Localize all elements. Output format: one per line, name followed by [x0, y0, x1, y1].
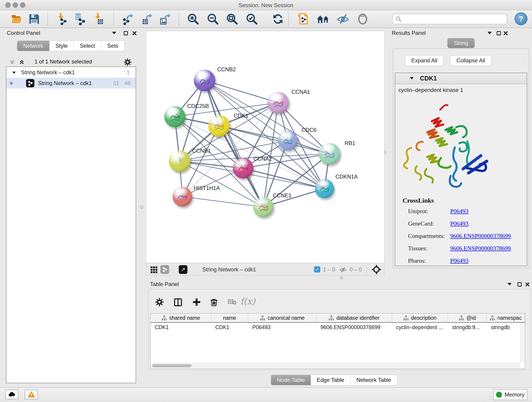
window-minimize-button[interactable] [13, 2, 18, 8]
tab-string[interactable]: String [447, 38, 475, 48]
network-node-HIST1H1A[interactable] [172, 187, 192, 206]
crosslink-link[interactable]: P06493 [450, 257, 468, 264]
table-cell[interactable]: CDK1 [211, 323, 248, 332]
column-header-database-identifier[interactable]: database identifier [317, 313, 392, 322]
fit-content-crosshair-icon[interactable] [372, 265, 381, 275]
network-node-CCNA1[interactable] [267, 92, 289, 114]
maximize-panel-icon[interactable] [123, 31, 128, 37]
tab-sets[interactable]: Sets [101, 41, 124, 51]
window-close-button[interactable] [5, 2, 11, 8]
network-from-document-button[interactable] [297, 12, 311, 26]
column-header-namespac[interactable]: namespac [487, 313, 525, 322]
export-image-button[interactable] [158, 12, 173, 26]
maximize-panel-icon[interactable] [496, 31, 501, 37]
accordion-header[interactable]: CDK1 [395, 73, 527, 84]
network-view-icon[interactable] [160, 265, 169, 274]
tab-style[interactable]: Style [50, 41, 74, 51]
import-network-from-database-button[interactable] [72, 12, 87, 26]
network-row[interactable]: String Network – cdk1 11 48 [6, 78, 136, 89]
column-header--id[interactable]: @id [448, 313, 487, 322]
apply-layout-button[interactable] [271, 12, 285, 26]
hidden-eye-icon[interactable] [339, 267, 347, 274]
export-network-button[interactable] [121, 12, 135, 26]
table-cell[interactable]: 9606.ENSP00000378699 [317, 323, 392, 332]
help-button[interactable]: ? [515, 12, 527, 25]
network-node-CDC25B[interactable] [164, 106, 185, 127]
zoom-in-button[interactable] [186, 12, 200, 26]
float-panel-icon[interactable] [507, 282, 512, 287]
collection-expander-icon[interactable] [12, 69, 16, 76]
cloud-button[interactable] [5, 390, 18, 399]
export-table-button[interactable] [140, 12, 154, 26]
tab-network-table[interactable]: Network Table [351, 375, 398, 385]
network-edge[interactable] [243, 168, 324, 189]
table-cell[interactable]: stringdb:9... [448, 323, 487, 332]
crosslink-link[interactable]: 9606.ENSP00000378699 [450, 245, 511, 252]
column-header-shared-name[interactable]: shared name [151, 313, 211, 322]
memory-button[interactable]: Memory [493, 389, 527, 400]
horizontal-scrollbar[interactable] [151, 363, 520, 368]
crosslink-link[interactable]: 9606.ENSP00000378699 [450, 233, 511, 240]
houses-icon-button[interactable] [316, 12, 330, 26]
delete-column-icon[interactable] [210, 298, 218, 307]
table-cell[interactable]: P06493 [248, 323, 317, 332]
save-session-button[interactable] [27, 12, 41, 26]
import-network-from-file-button[interactable] [55, 12, 69, 26]
expand-all-button[interactable]: Expand All [405, 55, 443, 66]
column-header-name[interactable]: name [211, 313, 248, 322]
tab-node-table[interactable]: Node Table [271, 375, 311, 385]
close-panel-icon[interactable] [525, 282, 530, 288]
selected-checkbox-icon[interactable]: ✓ [314, 266, 320, 273]
birds-eye-view-icon[interactable]: ↗ [179, 265, 187, 274]
left-splitter-handle[interactable] [140, 205, 143, 209]
tab-edge-table[interactable]: Edge Table [311, 375, 351, 385]
table-row[interactable]: CDK1CDK1P064939606.ENSP00000378699cyclin… [151, 323, 525, 332]
show-all-icon-button[interactable] [355, 12, 370, 26]
table-cell[interactable]: stringdb [487, 323, 525, 332]
tab-network[interactable]: Network [17, 41, 50, 51]
network-node-CCNB1[interactable] [169, 150, 190, 172]
show-columns-icon[interactable] [173, 298, 183, 308]
add-column-icon[interactable] [192, 298, 201, 307]
column-header-description[interactable]: description [392, 313, 448, 322]
network-node-RB1[interactable] [319, 143, 340, 165]
network-node-CCNB2[interactable] [194, 70, 215, 91]
hide-selected-icon-button[interactable] [336, 12, 350, 26]
network-node-CDKN1A[interactable] [315, 179, 334, 198]
close-panel-icon[interactable] [503, 31, 508, 37]
crosslink-link[interactable]: P06493 [450, 220, 468, 227]
vertical-scrollbar[interactable] [520, 323, 525, 363]
grid-view-icon[interactable] [150, 266, 158, 274]
collapse-all-button[interactable]: Collapse All [450, 55, 492, 66]
search-field[interactable] [392, 14, 507, 24]
maximize-panel-icon[interactable] [517, 282, 522, 288]
table-cell[interactable]: cyclin–dependent ... [392, 323, 448, 332]
scrollbar-thumb[interactable] [152, 364, 191, 367]
zoom-out-button[interactable] [206, 12, 220, 26]
network-edge[interactable] [182, 197, 263, 207]
table-options-gear-icon[interactable] [155, 298, 164, 307]
float-panel-icon[interactable] [112, 31, 117, 36]
network-node-CDK1[interactable] [208, 115, 230, 137]
open-session-button[interactable] [10, 12, 24, 26]
network-edge[interactable] [205, 80, 278, 103]
float-panel-icon[interactable] [487, 31, 492, 36]
warnings-button[interactable] [25, 390, 38, 399]
tab-select[interactable]: Select [74, 41, 101, 51]
close-panel-icon[interactable] [132, 31, 137, 37]
network-node-CDC6[interactable] [278, 131, 298, 150]
table-cell[interactable]: CDK1 [151, 323, 211, 332]
network-node-CCNA2[interactable] [233, 158, 253, 179]
network-canvas[interactable]: CCNB2 CCNA1 CDC25B CDK1 CDC6 RB1CCNB1 CC… [146, 31, 385, 263]
accordion-expander-icon[interactable] [409, 76, 414, 81]
network-options-gear-icon[interactable] [124, 58, 132, 67]
network-collection-row[interactable]: String Network – cdk1 1 [6, 67, 136, 78]
search-input[interactable] [404, 16, 504, 22]
crosslink-link[interactable]: P06493 [450, 208, 468, 215]
window-zoom-button[interactable] [20, 2, 25, 8]
zoom-fit-button[interactable] [225, 12, 239, 26]
import-table-from-file-button[interactable] [92, 12, 106, 26]
network-node-CCNE1[interactable] [253, 197, 273, 217]
zoom-selected-button[interactable] [245, 12, 259, 26]
column-header-canonical-name[interactable]: canonical name [248, 313, 317, 322]
